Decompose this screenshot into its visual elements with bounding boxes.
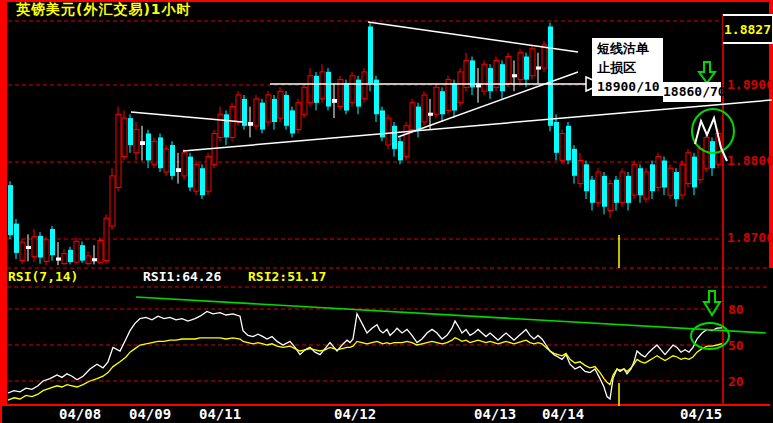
- price-label-18700: 1.8700: [727, 230, 773, 245]
- date-label-0408: 04/08: [59, 406, 101, 422]
- current-price-label: 1.8827: [724, 22, 771, 37]
- rsi-scale-50: 50: [728, 338, 744, 353]
- stop-loss-annotation-box: 短线沽单 止损区 18900/10: [592, 38, 663, 96]
- rsi-scale-80: 80: [728, 302, 744, 317]
- rsi2-value-label: RSI2:51.17: [248, 269, 326, 284]
- rsi-trendline: [136, 297, 766, 333]
- rsi1-value-label: RSI1:64.26: [143, 269, 221, 284]
- rsi-line-rsi2: [8, 338, 722, 400]
- rsi-green-down-arrow-icon: [704, 291, 720, 315]
- support-zone-label: 18860/70: [663, 84, 726, 99]
- window-border-left-lower: [0, 405, 2, 423]
- date-label-0413: 04/13: [474, 406, 516, 422]
- annotation-line-3: 18900/10: [597, 77, 663, 96]
- current-price-box: 1.8827: [723, 14, 773, 44]
- date-label-0409: 04/09: [129, 406, 171, 422]
- trendline-descending-resistance: [368, 22, 578, 52]
- date-label-0412: 04/12: [334, 406, 376, 422]
- annotation-line-2: 止损区: [597, 58, 663, 77]
- date-label-0411: 04/11: [199, 406, 241, 422]
- chart-window: 英镑美元(外汇交易)1小时 1.8827 1.8900 1.8800 1.870…: [0, 0, 773, 423]
- support-zone-annotation-box: 18860/70: [663, 82, 721, 102]
- date-label-0415: 04/15: [680, 406, 722, 422]
- annotation-line-1: 短线沽单: [597, 39, 663, 58]
- rsi-params-label: RSI(7,14): [8, 269, 78, 284]
- window-border-left: [0, 0, 7, 405]
- price-label-18800: 1.8800: [727, 153, 773, 168]
- price-label-18900: 1.8900: [727, 77, 773, 92]
- green-down-arrow-icon: [699, 62, 715, 83]
- date-label-0414: 04/14: [542, 406, 584, 422]
- rsi-scale-20: 20: [728, 374, 744, 389]
- chart-title: 英镑美元(外汇交易)1小时: [16, 1, 192, 19]
